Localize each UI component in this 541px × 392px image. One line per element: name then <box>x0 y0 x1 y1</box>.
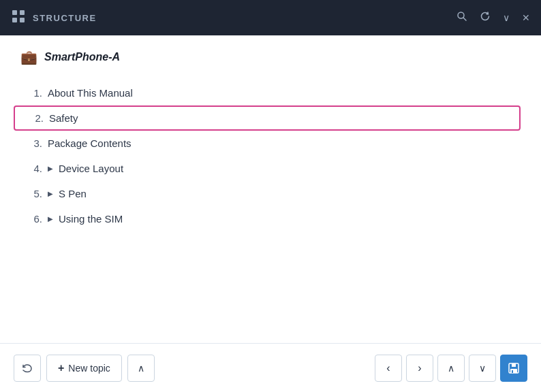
toc-number-2: 2. <box>22 112 44 124</box>
toc-item-5[interactable]: 5. ▶ S Pen <box>20 181 521 206</box>
toc-number-5: 5. <box>20 188 42 199</box>
chevron-up-button[interactable]: ∧ <box>127 355 155 382</box>
chevron-up-icon: ∧ <box>138 363 144 374</box>
toc-arrow-6: ▶ <box>48 215 53 223</box>
chevron-down-icon[interactable]: ∨ <box>503 12 510 23</box>
toc-label-5: S Pen <box>59 188 87 199</box>
project-icon: 💼 <box>20 49 37 65</box>
header: STRUCTURE ∨ ✕ <box>0 0 541 35</box>
content-area: 💼 SmartPhone-A 1. About This Manual 2. S… <box>0 35 541 343</box>
footer: + New topic ∧ ‹ › ∧ ∨ <box>0 343 541 392</box>
undo-button[interactable] <box>14 355 41 382</box>
toc-label-1: About This Manual <box>48 87 133 99</box>
toc-item-1[interactable]: 1. About This Manual <box>20 80 521 105</box>
header-title: STRUCTURE <box>33 13 97 23</box>
nav-prev-icon: ‹ <box>386 362 390 374</box>
header-left: STRUCTURE <box>11 9 97 27</box>
toc-number-4: 4. <box>20 163 42 174</box>
svg-rect-9 <box>512 370 513 373</box>
close-icon[interactable]: ✕ <box>522 12 530 23</box>
plus-icon: + <box>58 362 64 374</box>
svg-rect-1 <box>20 10 25 15</box>
toc-label-4: Device Layout <box>59 163 123 174</box>
toc-arrow-5: ▶ <box>48 190 53 197</box>
new-topic-button[interactable]: + New topic <box>46 355 122 382</box>
svg-rect-7 <box>512 363 516 367</box>
footer-left-actions: + New topic ∧ <box>14 355 155 382</box>
svg-rect-0 <box>12 10 17 15</box>
toc-number-6: 6. <box>20 213 42 225</box>
new-topic-label: New topic <box>68 363 110 374</box>
nav-down-button[interactable]: ∨ <box>469 355 496 382</box>
toc-list: 1. About This Manual 2. Safety 3. Packag… <box>20 80 521 231</box>
toc-item-3[interactable]: 3. Package Contents <box>20 131 521 156</box>
project-title: SmartPhone-A <box>44 51 120 63</box>
toc-label-3: Package Contents <box>48 137 132 149</box>
svg-line-5 <box>463 18 466 20</box>
toc-label-2: Safety <box>49 112 78 124</box>
toc-item-2[interactable]: 2. Safety <box>14 105 521 131</box>
svg-rect-3 <box>20 18 25 22</box>
search-icon[interactable] <box>457 11 467 24</box>
toc-number-1: 1. <box>20 87 42 99</box>
project-name: 💼 SmartPhone-A <box>20 49 521 65</box>
nav-next-button[interactable]: › <box>406 355 433 382</box>
nav-down-icon: ∨ <box>479 363 486 374</box>
toc-label-6: Using the SIM <box>59 213 123 225</box>
svg-rect-2 <box>12 18 17 22</box>
nav-prev-button[interactable]: ‹ <box>375 355 402 382</box>
header-actions: ∨ ✕ <box>457 11 530 24</box>
toc-number-3: 3. <box>20 137 42 149</box>
save-button[interactable] <box>500 355 527 382</box>
toc-item-6[interactable]: 6. ▶ Using the SIM <box>20 206 521 231</box>
refresh-icon[interactable] <box>480 11 491 24</box>
nav-up-icon: ∧ <box>448 363 454 374</box>
structure-icon <box>11 9 26 27</box>
nav-up-button[interactable]: ∧ <box>437 355 465 382</box>
toc-arrow-4: ▶ <box>48 165 53 172</box>
toc-item-4[interactable]: 4. ▶ Device Layout <box>20 156 521 181</box>
nav-next-icon: › <box>418 362 421 374</box>
svg-rect-8 <box>510 369 517 373</box>
footer-right-actions: ‹ › ∧ ∨ <box>375 355 527 382</box>
